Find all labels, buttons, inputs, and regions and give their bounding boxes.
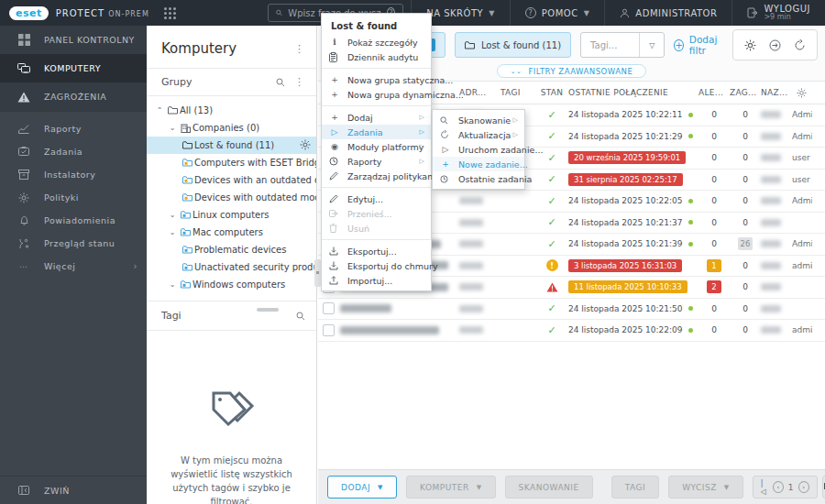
menu-new-static-group[interactable]: +Nowa grupa statyczna... (322, 72, 431, 87)
help-menu[interactable]: ?POMOC▼ (510, 0, 605, 26)
tags-button[interactable]: TAGI (611, 476, 659, 499)
tree-item-unactivated[interactable]: Unactivated security product (147, 258, 316, 276)
collapse-sidebar-button[interactable]: ZWIŃ (0, 477, 147, 504)
play-icon: ▷ (329, 127, 340, 137)
col-address[interactable]: ADR... (459, 88, 500, 97)
row-checkbox[interactable] (323, 324, 335, 336)
row-checkbox[interactable] (323, 302, 335, 314)
sidebar-item-computers[interactable]: KOMPUTERY (0, 54, 147, 82)
add-button[interactable]: DODAJ▼ (327, 476, 397, 499)
tree-item-linux[interactable]: ⌄ Linux computers (147, 206, 316, 224)
status-ok-icon: ✓ (547, 195, 556, 207)
computer-button[interactable]: KOMPUTER▼ (406, 476, 496, 499)
add-filter-button[interactable]: + Dodaj filtr (674, 34, 732, 56)
sidebar-item-tasks[interactable]: Zadania (0, 140, 147, 163)
first-page-icon[interactable]: |◁ (761, 479, 768, 496)
redacted-address (459, 283, 483, 290)
col-tags[interactable]: TAGI (500, 88, 535, 97)
col-last-connection[interactable]: OSTATNIE POŁĄCZENIE (568, 88, 698, 97)
advanced-filters-button[interactable]: ⌄⌄ FILTRY ZAAWANSOWANE (497, 64, 647, 78)
menu-import[interactable]: Importuj... (322, 273, 431, 288)
last-connection-overdue: 20 września 2025 19:59:01 (568, 151, 686, 164)
tree-item-mac[interactable]: ⌄ Mac computers (147, 224, 316, 241)
export-table-icon[interactable] (769, 39, 781, 51)
table-row[interactable]: ✓ 24 listopada 2025 10:21:50 0 0 (318, 299, 825, 321)
plus-icon: + (329, 90, 340, 99)
submenu-scan[interactable]: Skanowanie▷ (433, 113, 524, 127)
sidebar-item-more[interactable]: ⋯ Więcej › (0, 255, 147, 278)
submenu-last-tasks[interactable]: Ostatnie zadania▷ (433, 171, 524, 186)
feedback-bubble-icon[interactable] (822, 476, 825, 499)
sidebar-item-threats[interactable]: ZAGROŻENIA (0, 82, 147, 111)
mute-button[interactable]: WYCISZ▼ (668, 476, 743, 499)
menu-audit-log[interactable]: Dziennik audytu (322, 49, 431, 64)
tree-item-outdated-os[interactable]: Devices with an outdated operating syste… (147, 171, 316, 189)
refresh-icon[interactable] (794, 39, 806, 51)
tree-label: Linux computers (192, 210, 270, 220)
online-dot (688, 134, 693, 138)
caret-down-icon[interactable]: ⌄ (167, 280, 178, 289)
menu-delete[interactable]: Usuń (322, 221, 431, 236)
table-row[interactable]: ✓ 24 listopada 2025 10:22:09 0 0 admi... (318, 320, 825, 342)
submenu-update[interactable]: Aktualizacja▷ (433, 127, 524, 142)
search-icon[interactable] (296, 312, 305, 321)
sidebar-item-dashboard[interactable]: PANEL KONTROLNY (0, 26, 147, 54)
group-context-menu: Lost & found iPokaż szczegóły Dziennik a… (321, 13, 432, 291)
panel-resize-handle[interactable] (314, 259, 321, 287)
submenu-run-task[interactable]: ▷Uruchom zadanie... (433, 142, 524, 157)
logout-button[interactable]: WYLOGUJ>9 min (732, 0, 825, 26)
menu-export-cloud[interactable]: Eksportuj do chmury (322, 258, 431, 273)
sidebar-label: Polityki (44, 192, 79, 203)
menu-move[interactable]: Przenieś... (322, 206, 431, 221)
tree-item-all[interactable]: ⌃ All (13) (147, 102, 316, 119)
sidebar-item-policies[interactable]: Polityki (0, 186, 147, 209)
tree-item-eset-bridge[interactable]: Computers with ESET Bridge installed (147, 154, 316, 171)
caret-down-icon[interactable]: ⌄ (167, 211, 178, 219)
submenu-arrow-icon: ▷ (513, 131, 518, 138)
redacted-computer-name (340, 326, 439, 334)
dynamic-group-icon (180, 246, 194, 254)
group-filter-chip[interactable]: Lost & found (11) (455, 32, 571, 58)
horizontal-scrollbar[interactable] (257, 308, 279, 312)
tree-item-windows[interactable]: ⌄ Windows computers (147, 276, 316, 293)
next-page-icon[interactable]: › (798, 481, 809, 493)
menu-manage-policies[interactable]: Zarządzaj politykami... (322, 169, 431, 183)
caret-down-icon[interactable]: ⌄ (167, 228, 178, 236)
menu-new-dynamic-group[interactable]: +Nowa grupa dynamiczna... (322, 87, 431, 102)
tree-item-outdated-modules[interactable]: Devices with outdated modules (147, 189, 316, 206)
prev-page-icon[interactable]: ‹ (773, 481, 784, 493)
groups-menu-icon[interactable]: ⋮ (294, 76, 305, 88)
col-status[interactable]: STAN (535, 88, 568, 97)
app-switcher-icon[interactable] (164, 7, 176, 19)
submenu-new-task[interactable]: +Nowe zadanie... (433, 157, 524, 171)
menu-tasks[interactable]: ▷Zadania▷ (322, 125, 431, 139)
menu-export[interactable]: Eksportuj... (322, 244, 431, 258)
tree-item-problematic[interactable]: Problematic devices (147, 241, 316, 258)
menu-edit[interactable]: Edytuj... (322, 192, 431, 206)
groups-panel: Komputery ⋮ Grupy ⋮ ⌃ All (13) ⌄ Compani… (147, 26, 317, 504)
caret-down-icon[interactable]: ⌄ (167, 124, 178, 132)
sidebar-item-installers[interactable]: Instalatory (0, 163, 147, 186)
menu-add[interactable]: +Dodaj▷ (322, 110, 431, 125)
caret-up-icon[interactable]: ⌃ (154, 106, 165, 115)
group-gear-icon[interactable] (300, 139, 311, 150)
menu-show-details[interactable]: iPokaż szczegóły (322, 35, 431, 49)
user-menu[interactable]: ADMINISTRATOR (604, 0, 732, 26)
tree-item-lost-and-found[interactable]: Lost & found (11) (147, 137, 316, 154)
menu-reports[interactable]: Raporty▷ (322, 154, 431, 169)
col-threats[interactable]: ZAG... (730, 88, 761, 97)
gear-icon[interactable] (744, 39, 756, 51)
scan-button[interactable]: SKANOWANIE (505, 476, 593, 499)
panel-menu-icon[interactable]: ⋮ (294, 43, 305, 55)
tree-item-companies[interactable]: ⌄ Companies (0) (147, 119, 316, 137)
alerts-badge: 2 (707, 280, 721, 293)
col-naz[interactable]: NAZ... (761, 88, 792, 97)
tags-filter-dropdown[interactable]: Tagi... ▽ (580, 32, 665, 58)
menu-platform-modules[interactable]: ◉Moduły platformy▷ (322, 139, 431, 154)
sidebar-item-reports[interactable]: Raporty (0, 117, 147, 140)
sidebar-item-notifications[interactable]: Powiadomienia (0, 209, 147, 232)
col-alerts[interactable]: ALE... (698, 88, 730, 97)
search-icon[interactable] (276, 78, 285, 87)
sidebar-item-status-overview[interactable]: Przegląd stanu (0, 232, 147, 255)
column-settings-gear-icon[interactable] (797, 88, 812, 98)
